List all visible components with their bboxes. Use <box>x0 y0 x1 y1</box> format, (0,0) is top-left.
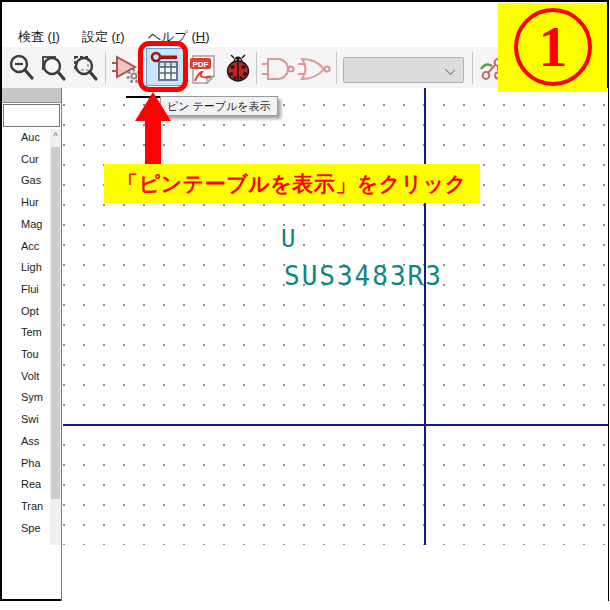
pdf-datasheet-icon: PDF <box>189 54 217 84</box>
annotation-highlight-ring <box>138 41 188 92</box>
library-list-item[interactable]: Acc <box>21 240 61 261</box>
svg-text:PDF: PDF <box>193 59 209 68</box>
toolbar-separator <box>105 52 106 84</box>
zoom-out-icon <box>8 54 36 82</box>
zoom-fit-button[interactable] <box>38 53 67 82</box>
library-list-item[interactable]: Auc <box>21 131 61 152</box>
crosshair-horizontal-line <box>63 424 608 426</box>
library-list-item[interactable]: Rea <box>21 478 61 499</box>
zoom-out-button[interactable] <box>7 53 36 82</box>
de-morgan-standard-button[interactable] <box>261 55 295 82</box>
library-panel: ^ AucCurGasHurMagAccLighFluiOptTemTouVol… <box>2 88 62 599</box>
library-list-item[interactable]: Sym <box>21 391 61 412</box>
library-list-item[interactable]: Gas <box>21 174 61 195</box>
library-list-item[interactable]: Spe <box>21 522 61 543</box>
library-list-item[interactable]: Cur <box>21 153 61 174</box>
library-filter-input[interactable] <box>3 104 60 127</box>
annotation-instruction: 「ピンテーブルを表示」をクリック <box>104 164 480 203</box>
crosshair-vertical-line <box>424 88 426 545</box>
step-circle-icon: 1 <box>514 8 592 86</box>
menu-item-0[interactable]: 検査 (I) <box>18 28 60 46</box>
library-list: ^ AucCurGasHurMagAccLighFluiOptTemTouVol… <box>3 129 61 545</box>
library-list-item[interactable]: Mag <box>21 218 61 239</box>
step-number: 1 <box>539 18 568 76</box>
library-list-item[interactable]: Tou <box>21 348 61 369</box>
symbol-reference-label: U <box>281 225 295 253</box>
zoom-selection-button[interactable] <box>69 53 100 82</box>
library-list-item[interactable]: Tran <box>21 500 61 521</box>
annotation-step-badge: 1 <box>498 3 607 92</box>
nor-gate-icon <box>298 56 332 82</box>
library-list-item[interactable]: Swi <box>21 413 61 434</box>
library-list-item[interactable]: Volt <box>21 370 61 391</box>
chevron-down-icon <box>445 65 455 75</box>
zoom-selection-icon <box>70 54 100 82</box>
library-panel-header <box>2 88 61 103</box>
app-window: 検査 (I)設定 (r)ヘルプ (H) <box>0 0 610 610</box>
library-list-item[interactable]: Tem <box>21 326 61 347</box>
tooltip: ピン テーブルを表示 <box>160 96 278 116</box>
annotation-arrow-icon <box>135 92 171 121</box>
nand-gate-icon <box>261 56 295 82</box>
toolbar-separator <box>256 52 257 84</box>
library-list-item[interactable]: Hur <box>21 196 61 217</box>
library-list-item[interactable]: Ass <box>21 435 61 456</box>
unit-select[interactable] <box>343 57 464 83</box>
datasheet-button[interactable]: PDF <box>188 53 218 84</box>
bug-check-icon <box>224 54 252 82</box>
annotation-arrow-shaft <box>145 118 161 166</box>
menu-item-1[interactable]: 設定 (r) <box>82 28 125 46</box>
library-list-item[interactable]: Ligh <box>21 261 61 282</box>
de-morgan-alternate-button[interactable] <box>298 55 332 82</box>
library-list-item[interactable]: Flui <box>21 283 61 304</box>
erc-button[interactable] <box>223 53 253 83</box>
zoom-window-icon <box>39 54 67 82</box>
toolbar-separator <box>472 52 473 84</box>
library-list-item[interactable]: Opt <box>21 305 61 326</box>
symbol-value-label: SUS3483R3 <box>284 261 443 291</box>
library-list-item[interactable]: Pha <box>21 457 61 478</box>
toolbar-separator <box>336 52 337 84</box>
